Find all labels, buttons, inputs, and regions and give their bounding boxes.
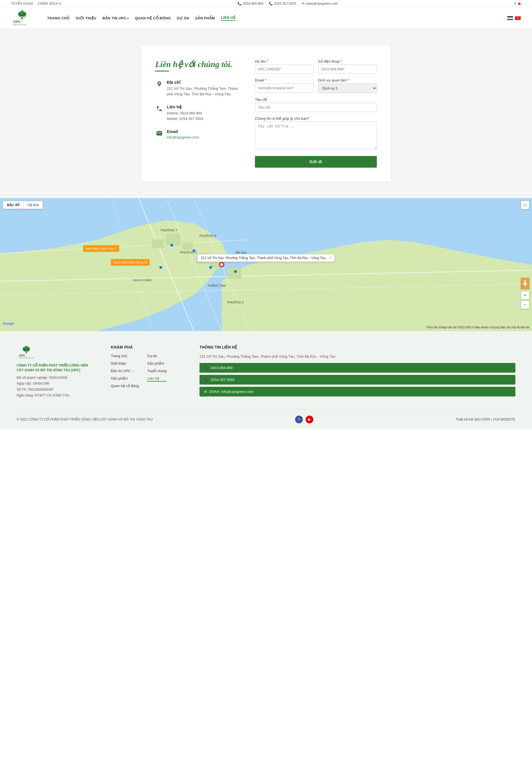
footer-phone1-button[interactable]: 📞 0919.969.969: [200, 363, 515, 373]
map-fullscreen-button[interactable]: [521, 201, 529, 209]
footer-link-trangchu[interactable]: Trang chủ: [111, 354, 139, 358]
svg-point-8: [159, 83, 160, 84]
lang-vi-flag[interactable]: ★: [515, 16, 521, 20]
footer-link-quanhe[interactable]: Quan hệ cổ đông: [111, 384, 139, 388]
form-group-message: Chúng tôi có thể giúp gì cho bạn?: [255, 116, 377, 149]
name-label: Họ tên *: [255, 59, 314, 63]
svg-point-36: [159, 266, 162, 269]
svg-text:UPC: UPC: [19, 354, 25, 357]
svg-text:Nhà hàng Gánh Hào 1: Nhà hàng Gánh Hào 1: [86, 247, 116, 250]
top-bar-social: f ▶: [515, 2, 521, 6]
google-logo: Google: [3, 322, 14, 326]
nav-san-pham[interactable]: SẢN PHẨM: [195, 16, 215, 20]
footer-link-duan[interactable]: Dự án: [147, 354, 167, 358]
nav-trang-chu[interactable]: TRANG CHỦ: [47, 16, 70, 20]
logo[interactable]: UPC CÔNG VIÊN CÂY XANH: [11, 10, 33, 26]
nav-links: TRANG CHỦ GIỚI THIỆU BẢN TIN UPC QUAN HỆ…: [47, 16, 499, 21]
nav-lien-he[interactable]: LIÊN HỆ: [221, 16, 236, 21]
map-zoom-in-button[interactable]: +: [521, 291, 529, 300]
nav-ban-tin[interactable]: BẢN TIN UPC: [103, 16, 129, 20]
map-zoom-out-button[interactable]: −: [521, 301, 529, 309]
topbar-youtube-link[interactable]: ▶: [518, 2, 521, 6]
lang-en-flag[interactable]: [507, 16, 513, 20]
footer-explore-title: KHÁM PHÁ: [111, 345, 183, 350]
phone-input[interactable]: [318, 65, 377, 74]
footer-youtube-link[interactable]: ▶: [305, 415, 313, 423]
map-tabs: Bản đồ Vệ tinh: [3, 201, 43, 209]
location-icon: [155, 80, 164, 88]
phone2-icon: 📞: [269, 2, 273, 6]
form-row-subject: Tiêu đề: [255, 98, 377, 112]
address-text: 221 Võ Thị Sáu, Phường Thắng Tam, Thành …: [167, 86, 238, 97]
svg-rect-4: [22, 17, 23, 19]
footer-contact-col: THÔNG TIN LIÊN HỆ 221 Võ Thị Sáu, Phường…: [200, 345, 515, 399]
service-select[interactable]: Dịch vụ 1 Dịch vụ 2 Dịch vụ 3: [318, 83, 377, 93]
email-label: Email: [167, 129, 199, 134]
footer-link-sanpham2[interactable]: Sản phẩm: [147, 361, 167, 366]
bank: Ngân hàng: ĐT&PT CN VŨNG TÀU: [17, 392, 94, 399]
footer-phone2-button[interactable]: 📞 0254.357.5555: [200, 375, 515, 384]
form-group-name: Họ tên *: [255, 59, 314, 74]
svg-point-33: [193, 249, 195, 252]
logo-area: UPC CÔNG VIÊN CÂY XANH: [11, 10, 33, 26]
svg-rect-48: [26, 351, 27, 353]
address-label: Địa chỉ: [167, 80, 238, 85]
svg-text:PHƯỜNG 2: PHƯỜNG 2: [227, 301, 244, 304]
map-street-view-button[interactable]: [521, 278, 529, 289]
footer-link-lienhe[interactable]: Liên hệ: [147, 376, 167, 382]
map-tab-veTinh[interactable]: Vệ tinh: [24, 201, 43, 209]
est-date: Ngày cấp: 19/09/1998: [17, 381, 94, 387]
svg-text:CÔNG VIÊN CÂY XANH VŨNG TÀU: CÔNG VIÊN CÂY XANH VŨNG TÀU: [18, 357, 34, 359]
lang-flags: ★: [507, 16, 521, 20]
email-input[interactable]: [255, 83, 314, 93]
svg-rect-19: [152, 240, 164, 248]
footer-link-sanpham[interactable]: Sản phẩm: [111, 376, 139, 381]
subject-input[interactable]: [255, 103, 377, 112]
nav-gioi-thieu[interactable]: GIỚI THIỆU: [76, 16, 96, 20]
footer-phone2-icon: 📞: [204, 378, 208, 382]
top-bar: TUYỂN DỤNG CHÍNH SÁCH ▾ 📞 0919.969.969 📞…: [0, 0, 532, 7]
footer-credit: Thiết kế bởi 360 CORP | VUA WEBSITE: [456, 417, 515, 421]
footer-link-gioithieu[interactable]: Giới thiệu: [111, 361, 139, 366]
footer-link-tuyendung[interactable]: Tuyển dụng: [147, 369, 167, 373]
contact-form: Họ tên * Số điện thoại * Email *: [255, 59, 377, 168]
footer-copyright: © 2022 CÔNG TY CỔ PHẦN PHÁT TRIỂN CÔNG V…: [17, 417, 153, 421]
map-controls: + −: [521, 278, 529, 309]
contact-section: Liên hệ với chúng tôi. Địa chỉ 221 Võ Th…: [0, 29, 532, 198]
phone-contact-icon: [155, 105, 164, 113]
nav-quan-he[interactable]: QUAN HỆ CỔ ĐÔNG: [135, 16, 171, 20]
map-tab-banDo[interactable]: Bản đồ: [3, 201, 24, 209]
topbar-tuyen-dung-link[interactable]: TUYỂN DỤNG: [11, 2, 33, 6]
svg-text:UPC: UPC: [13, 20, 21, 24]
topbar-chinh-sach-link[interactable]: CHÍNH SÁCH ▾: [38, 2, 61, 6]
topbar-phone1: 📞 0919.969.969: [238, 2, 263, 6]
email-block: Email info@upcgreen.com: [155, 129, 238, 139]
submit-button[interactable]: Gửi đi: [255, 156, 377, 168]
footer-email-button[interactable]: ✉ DVKH: info@upcgreen.com: [200, 387, 515, 396]
footer-explore-col: KHÁM PHÁ Trang chủ Giới thiệu Bản tin UP…: [111, 345, 183, 399]
service-label: Dịch vụ quan tâm *: [318, 78, 377, 82]
nav-du-an[interactable]: DỰ ÁN: [177, 16, 189, 20]
map-tooltip: 221 Võ Thị Sáu, Phường Thắng Tam, Thành …: [197, 254, 335, 262]
svg-point-38: [220, 263, 223, 266]
footer-link-bantin[interactable]: Bản tin UPC: [111, 369, 139, 373]
contact-title-underline: [155, 71, 169, 72]
footer-social: f ▶: [295, 415, 313, 423]
mobile-text: Mobile: 0254.357.5555: [167, 116, 204, 122]
message-label: Chúng tôi có thể giúp gì cho bạn?: [255, 116, 377, 121]
phone-block: Liên hệ Hotline: 0919.969.969 Mobile: 02…: [155, 105, 238, 121]
topbar-facebook-link[interactable]: f: [515, 2, 516, 6]
phone-label: Liên hệ: [167, 105, 204, 109]
footer-facebook-link[interactable]: f: [295, 415, 303, 423]
footer-contact-title: THÔNG TIN LIÊN HỆ: [200, 345, 515, 350]
email-link[interactable]: info@upcgreen.com: [167, 135, 199, 139]
name-input[interactable]: [255, 65, 314, 74]
message-textarea[interactable]: [255, 122, 377, 149]
contact-left: Liên hệ với chúng tôi. Địa chỉ 221 Võ Th…: [155, 59, 238, 168]
contact-card: Liên hệ với chúng tôi. Địa chỉ 221 Võ Th…: [141, 45, 391, 182]
form-group-subject: Tiêu đề: [255, 98, 377, 112]
footer-company-info: Mã số doanh nghiệp: 3500144358 Ngày cấp:…: [17, 375, 94, 399]
phone1-icon: 📞: [238, 2, 242, 6]
footer-email-icon: ✉: [204, 389, 207, 394]
topbar-email: ✉ sales@upcgreen.com: [302, 2, 338, 6]
